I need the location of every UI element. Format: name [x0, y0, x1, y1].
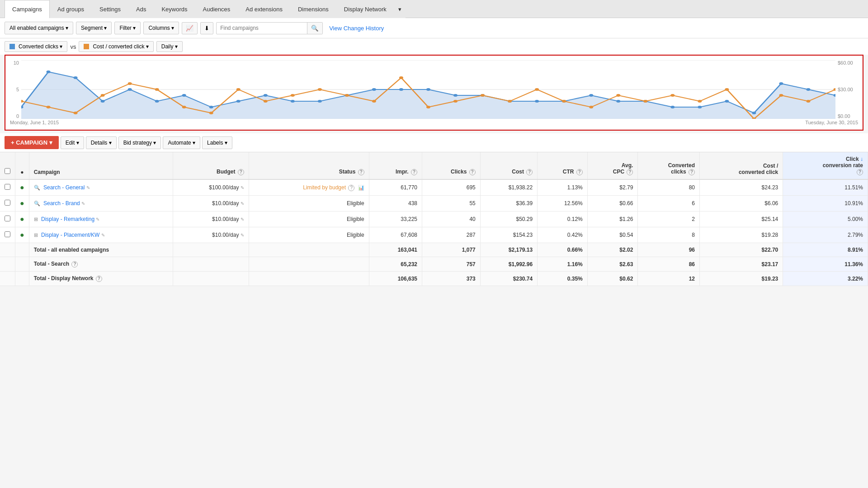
total-help-icon[interactable]: ?	[71, 261, 78, 267]
svg-point-52	[481, 94, 485, 97]
budget-edit-icon[interactable]: ✎	[241, 185, 244, 190]
svg-point-20	[453, 94, 458, 97]
segment-dropdown[interactable]: Segment ▾	[76, 22, 112, 34]
metric1-dropdown[interactable]: Converted clicks ▾	[5, 41, 67, 52]
total-checkbox-cell	[0, 257, 15, 272]
filter-dropdown[interactable]: Filter ▾	[114, 22, 141, 34]
impr-help-icon[interactable]: ?	[411, 169, 417, 175]
details-dropdown[interactable]: Details ▾	[86, 136, 117, 149]
chart-area[interactable]	[21, 60, 835, 119]
cost-help-icon[interactable]: ?	[526, 169, 533, 175]
campaign-link[interactable]: Display - Placement/KW	[41, 232, 99, 238]
campaign-link[interactable]: Display - Remarketing	[41, 216, 94, 222]
row-select-checkbox[interactable]	[5, 231, 10, 237]
header-click-conversion-rate[interactable]: Click ↓conversion rate?	[783, 152, 868, 179]
row-select-checkbox[interactable]	[5, 216, 10, 221]
row-checkbox[interactable]	[0, 179, 15, 196]
avg-cpc-help-icon[interactable]: ?	[627, 169, 633, 175]
select-all-checkbox[interactable]	[5, 168, 10, 174]
tab-ad-extensions[interactable]: Ad extensions	[238, 0, 290, 18]
all-campaigns-dropdown[interactable]: All enabled campaigns ▾	[5, 22, 73, 34]
total-checkbox-cell	[0, 243, 15, 257]
header-cost[interactable]: Cost ?	[480, 152, 537, 179]
row-checkbox[interactable]	[0, 211, 15, 227]
edit-icon[interactable]: ✎	[81, 201, 85, 206]
budget-help-icon[interactable]: ?	[238, 169, 244, 175]
tab-dimensions[interactable]: Dimensions	[290, 0, 336, 18]
header-impr[interactable]: Impr. ?	[369, 152, 422, 179]
row-status: Limited by budget ? 📊	[249, 179, 369, 196]
svg-point-46	[318, 88, 322, 91]
total-label: Total - Search ?	[29, 257, 173, 272]
row-select-checkbox[interactable]	[5, 184, 10, 190]
tab-campaigns[interactable]: Campaigns	[5, 0, 50, 18]
tab-ads[interactable]: Ads	[128, 0, 154, 18]
tab-more[interactable]: ▾	[394, 0, 406, 18]
edit-icon[interactable]: ✎	[86, 185, 90, 190]
campaign-link[interactable]: Search - Brand	[43, 200, 80, 206]
header-checkbox[interactable]	[0, 152, 15, 179]
svg-point-56	[589, 106, 593, 108]
status-indicator: ●	[20, 215, 24, 223]
tab-keywords[interactable]: Keywords	[154, 0, 195, 18]
total-status	[249, 243, 369, 257]
svg-point-58	[643, 100, 647, 103]
tab-display-network[interactable]: Display Network	[336, 0, 394, 18]
header-status[interactable]: Status ?	[249, 152, 369, 179]
row-budget: $10.00/day ✎	[173, 227, 249, 243]
search-container: 🔍	[216, 22, 323, 34]
header-budget[interactable]: Budget ?	[173, 152, 249, 179]
bid-strategy-dropdown[interactable]: Bid strategy ▾	[118, 136, 161, 149]
status-help-icon[interactable]: ?	[358, 169, 364, 175]
svg-point-5	[47, 70, 51, 73]
budget-edit-icon[interactable]: ✎	[241, 233, 244, 238]
automate-dropdown[interactable]: Automate ▾	[163, 136, 200, 149]
ctr-help-icon[interactable]: ?	[576, 169, 583, 175]
total-dot-cell	[15, 243, 29, 257]
row-checkbox[interactable]	[0, 227, 15, 243]
row-select-checkbox[interactable]	[5, 200, 10, 206]
clicks-help-icon[interactable]: ?	[469, 169, 476, 175]
tab-ad-groups[interactable]: Ad groups	[50, 0, 92, 18]
campaign-link[interactable]: Search - General	[43, 184, 85, 191]
search-button[interactable]: 🔍	[307, 23, 322, 34]
edit-icon[interactable]: ✎	[101, 233, 105, 238]
budget-edit-icon[interactable]: ✎	[241, 201, 244, 206]
header-clicks[interactable]: Clicks ?	[422, 152, 481, 179]
ccr-help-icon[interactable]: ?	[857, 169, 863, 175]
row-converted-clicks: 6	[638, 196, 700, 211]
header-converted-clicks[interactable]: Convertedclicks ?	[638, 152, 700, 179]
chart-view-button[interactable]: 📈	[182, 22, 198, 34]
svg-point-61	[725, 88, 729, 91]
row-checkbox[interactable]	[0, 196, 15, 211]
header-avg-cpc[interactable]: Avg.CPC ?	[587, 152, 638, 179]
campaign-type-icon: 🔍	[34, 201, 40, 206]
total-cost-converted: $22.70	[699, 243, 783, 257]
status-chart-icon[interactable]: 📊	[358, 185, 364, 191]
converted-clicks-help-icon[interactable]: ?	[689, 169, 695, 175]
header-ctr[interactable]: CTR ?	[538, 152, 588, 179]
tab-settings[interactable]: Settings	[92, 0, 128, 18]
edit-dropdown[interactable]: Edit ▾	[61, 136, 84, 149]
search-input[interactable]	[217, 23, 307, 33]
view-history-link[interactable]: View Change History	[329, 25, 384, 32]
row-budget: $10.00/day ✎	[173, 196, 249, 211]
header-campaign[interactable]: Campaign	[29, 152, 173, 179]
header-cost-converted[interactable]: Cost /converted click	[699, 152, 783, 179]
row-converted-clicks: 2	[638, 211, 700, 227]
budget-edit-icon[interactable]: ✎	[241, 217, 244, 222]
download-button[interactable]: ⬇	[200, 22, 213, 34]
svg-point-32	[779, 82, 783, 85]
labels-dropdown[interactable]: Labels ▾	[202, 136, 232, 149]
total-help-icon[interactable]: ?	[96, 276, 102, 282]
metric2-dropdown[interactable]: Cost / converted click ▾	[79, 41, 153, 52]
tab-audiences[interactable]: Audiences	[195, 0, 238, 18]
svg-point-57	[616, 94, 620, 97]
columns-dropdown[interactable]: Columns ▾	[143, 22, 179, 34]
add-campaign-button[interactable]: + CAMPAIGN ▾	[5, 136, 59, 149]
metric2-color-dot	[84, 44, 89, 49]
row-budget: $100.00/day ✎	[173, 179, 249, 196]
period-dropdown[interactable]: Daily ▾	[156, 41, 183, 52]
limited-help-icon[interactable]: ?	[348, 185, 354, 191]
edit-icon[interactable]: ✎	[96, 217, 99, 222]
